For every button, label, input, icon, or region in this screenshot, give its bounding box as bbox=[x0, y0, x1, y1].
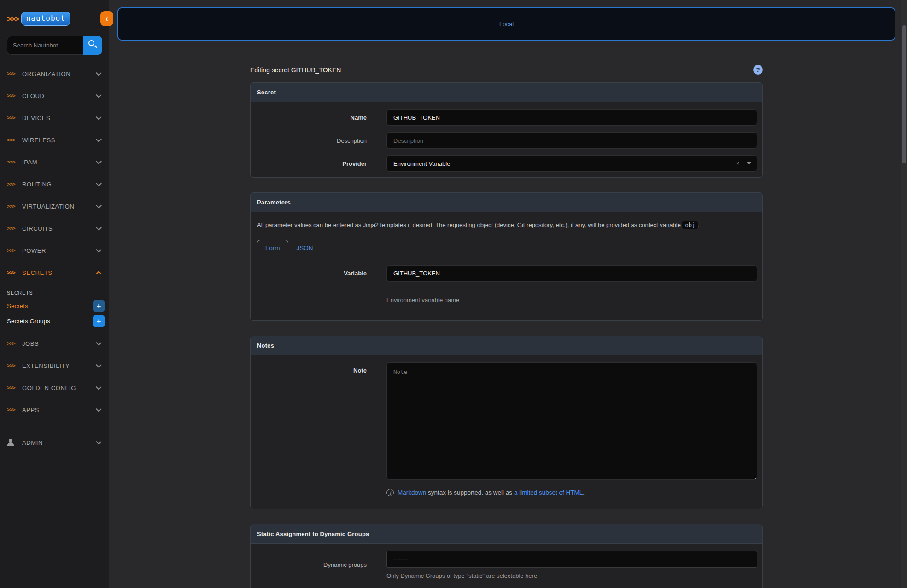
name-row: Name bbox=[251, 109, 757, 126]
add-secret-button[interactable]: + bbox=[93, 300, 105, 312]
triple-chevron-icon: >>> bbox=[7, 407, 17, 413]
sidebar-collapse-button[interactable]: ‹ bbox=[100, 11, 113, 26]
sidebar-item-label: APPS bbox=[22, 407, 97, 413]
triple-chevron-icon: >>> bbox=[7, 93, 17, 99]
sidebar-item-devices[interactable]: >>> DEVICES bbox=[0, 107, 109, 129]
triple-chevron-icon: >>> bbox=[7, 225, 17, 232]
environment-banner: Local bbox=[117, 7, 895, 41]
sidebar-item-label: ORGANIZATION bbox=[22, 70, 97, 77]
chevron-down-icon bbox=[96, 406, 102, 412]
dynamic-groups-panel-header: Static Assignment to Dynamic Groups bbox=[251, 524, 762, 544]
dynamic-groups-panel-body: Dynamic groups -------- Only Dynamic Gro… bbox=[251, 544, 762, 588]
note-field[interactable] bbox=[386, 362, 757, 480]
sidebar: >>> nautobot >>> ORGANIZATION >>> CLOUD … bbox=[0, 0, 109, 588]
triple-chevron-icon: >>> bbox=[7, 247, 17, 254]
sidebar-item-secrets[interactable]: >>> SECRETS bbox=[0, 262, 109, 284]
variable-field[interactable] bbox=[386, 265, 757, 282]
sidebar-item-label: CLOUD bbox=[22, 93, 97, 99]
sidebar-item-cloud[interactable]: >>> CLOUD bbox=[0, 85, 109, 107]
markdown-link[interactable]: Markdown bbox=[398, 489, 426, 496]
page-title: Editing secret GITHUB_TOKEN bbox=[250, 66, 753, 74]
sidebar-item-admin[interactable]: ADMIN bbox=[0, 431, 109, 454]
submenu-item-secrets-groups[interactable]: Secrets Groups + bbox=[0, 314, 109, 329]
chevron-down-icon bbox=[96, 225, 102, 231]
chevron-up-icon bbox=[96, 271, 102, 277]
secret-panel-header: Secret bbox=[251, 83, 762, 102]
scrollbar[interactable] bbox=[901, 0, 907, 588]
sidebar-item-power[interactable]: >>> POWER bbox=[0, 239, 109, 262]
sidebar-item-ipam[interactable]: >>> IPAM bbox=[0, 151, 109, 173]
sidebar-item-golden-config[interactable]: >>> GOLDEN CONFIG bbox=[0, 377, 109, 399]
triple-chevron-icon: >>> bbox=[7, 181, 17, 187]
logo-chevrons-icon: >>> bbox=[7, 14, 18, 23]
secret-panel-body: Name Description Provide bbox=[251, 102, 762, 177]
sidebar-item-jobs[interactable]: >>> JOBS bbox=[0, 332, 109, 355]
description-field[interactable] bbox=[386, 132, 757, 149]
tab-form[interactable]: Form bbox=[257, 240, 288, 256]
parameters-panel: Parameters All parameter values can be e… bbox=[250, 192, 763, 321]
scrollbar-thumb[interactable] bbox=[902, 25, 906, 163]
parameters-intro: All parameter values can be entered as J… bbox=[251, 212, 757, 230]
content-column: Editing secret GITHUB_TOKEN ? Secret Nam… bbox=[250, 65, 763, 588]
provider-select[interactable]: Environment Variable × bbox=[386, 155, 757, 172]
triple-chevron-icon: >>> bbox=[7, 115, 17, 121]
search-button[interactable] bbox=[83, 36, 102, 55]
help-icon[interactable]: ? bbox=[753, 65, 763, 75]
panel-title: Static Assignment to Dynamic Groups bbox=[257, 530, 369, 537]
sidebar-item-extensibility[interactable]: >>> EXTENSIBILITY bbox=[0, 355, 109, 377]
sidebar-item-apps[interactable]: >>> APPS bbox=[0, 399, 109, 421]
panel-title: Secret bbox=[257, 89, 276, 96]
chevron-down-icon bbox=[96, 203, 102, 209]
html-subset-link[interactable]: a limited subset of HTML bbox=[514, 489, 583, 496]
chevron-down-icon bbox=[96, 362, 102, 368]
triple-chevron-icon: >>> bbox=[7, 159, 17, 165]
add-secrets-group-button[interactable]: + bbox=[93, 315, 105, 327]
chevron-down-icon bbox=[96, 70, 102, 76]
person-icon bbox=[7, 439, 17, 446]
caret-down-icon[interactable] bbox=[747, 162, 751, 165]
nautobot-logo[interactable]: nautobot bbox=[21, 12, 70, 26]
logo[interactable]: >>> nautobot bbox=[0, 0, 109, 26]
provider-label: Provider bbox=[251, 160, 367, 167]
notes-panel: Notes Note i Markdown syntax is supporte… bbox=[250, 336, 763, 509]
obj-code-chip: obj bbox=[682, 221, 698, 229]
sidebar-item-wireless[interactable]: >>> WIRELESS bbox=[0, 129, 109, 151]
submenu-item-secrets[interactable]: Secrets + bbox=[0, 298, 109, 314]
triple-chevron-icon: >>> bbox=[7, 137, 17, 143]
app-window: >>> nautobot >>> ORGANIZATION >>> CLOUD … bbox=[0, 0, 907, 588]
chevron-down-icon bbox=[96, 114, 102, 120]
submenu-item-label: Secrets bbox=[7, 303, 93, 309]
chevron-down-icon bbox=[96, 439, 102, 445]
sidebar-divider bbox=[6, 426, 103, 426]
sidebar-item-label: WIRELESS bbox=[22, 137, 97, 144]
chevron-down-icon bbox=[96, 384, 102, 390]
dynamic-groups-select[interactable]: -------- bbox=[386, 551, 757, 568]
sidebar-item-label: EXTENSIBILITY bbox=[22, 362, 97, 369]
sidebar-item-label: POWER bbox=[22, 247, 97, 254]
sidebar-item-routing[interactable]: >>> ROUTING bbox=[0, 173, 109, 195]
sidebar-item-label: IPAM bbox=[22, 159, 97, 166]
chevron-down-icon bbox=[96, 340, 102, 346]
sidebar-item-label: ADMIN bbox=[22, 439, 97, 446]
variable-row: Variable bbox=[251, 265, 757, 282]
tab-json[interactable]: JSON bbox=[288, 240, 322, 256]
markdown-help: i Markdown syntax is supported, as well … bbox=[386, 489, 757, 496]
sidebar-item-circuits[interactable]: >>> CIRCUITS bbox=[0, 217, 109, 239]
dynamic-groups-value: -------- bbox=[393, 556, 408, 562]
sidebar-item-label: GOLDEN CONFIG bbox=[22, 384, 97, 391]
name-label: Name bbox=[251, 114, 367, 121]
variable-help-row: Environment variable name bbox=[251, 288, 757, 303]
search-input[interactable] bbox=[7, 36, 83, 55]
provider-row: Provider Environment Variable × bbox=[251, 155, 757, 172]
chevron-down-icon bbox=[96, 247, 102, 253]
parameters-panel-body: All parameter values can be entered as J… bbox=[251, 212, 762, 320]
dynamic-groups-panel: Static Assignment to Dynamic Groups Dyna… bbox=[250, 524, 763, 588]
parameters-tabs: Form JSON bbox=[257, 240, 751, 256]
sidebar-item-virtualization[interactable]: >>> VIRTUALIZATION bbox=[0, 195, 109, 217]
sidebar-item-organization[interactable]: >>> ORGANIZATION bbox=[0, 63, 109, 85]
name-field[interactable] bbox=[386, 109, 757, 126]
chevron-down-icon bbox=[96, 180, 102, 186]
triple-chevron-icon: >>> bbox=[7, 384, 17, 391]
clear-selection-icon[interactable]: × bbox=[736, 160, 739, 167]
parameters-panel-header: Parameters bbox=[251, 193, 762, 212]
